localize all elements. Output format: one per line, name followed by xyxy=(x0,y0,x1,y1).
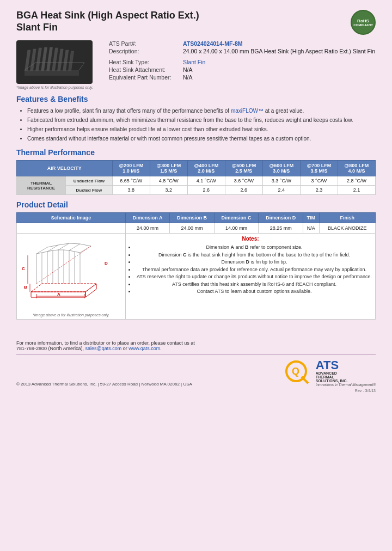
description-value: 24.00 x 24.00 x 14.00 mm BGA Heat Sink (… xyxy=(183,48,375,54)
svg-rect-7 xyxy=(58,49,64,71)
note-1: Dimension A and B refer to component siz… xyxy=(135,244,373,252)
col-200lfm: @200 LFM1.0 M/S xyxy=(112,161,150,176)
attachment-label: Heat Sink Attachment: xyxy=(109,66,180,73)
features-title: Features & Benefits xyxy=(16,95,376,103)
product-detail-table: Schematic Image Dimension A Dimension B … xyxy=(16,212,376,320)
feature-item-4: Comes standard without interface materia… xyxy=(27,134,376,143)
svg-rect-9 xyxy=(69,51,74,71)
thermal-resistance-label: THERMAL RESISTANCE xyxy=(17,176,66,195)
unducted-label: Unducted Flow xyxy=(66,176,113,186)
equiv-row: Equivalent Part Number: N/A xyxy=(109,74,376,81)
schematic-image-cell xyxy=(17,223,126,234)
schematic-header: Schematic Image xyxy=(17,213,126,223)
ducted-300: 3.2 xyxy=(150,186,187,195)
svg-rect-0 xyxy=(24,70,79,76)
type-row: Heat Sink Type: Slant Fin xyxy=(109,59,376,65)
col-700lfm: @700 LFM3.5 M/S xyxy=(300,161,338,176)
ats-acronym: ATS xyxy=(316,359,376,371)
note-5: ATS reserves the right to update or chan… xyxy=(135,273,373,281)
tim-header: TIM xyxy=(303,213,319,223)
contact-text: For more information, to find a distribu… xyxy=(16,340,195,346)
equiv-value: N/A xyxy=(183,74,193,81)
dim-b-value: 24.00 mm xyxy=(170,223,215,234)
product-image xyxy=(16,40,93,84)
rohs-badge: RoHS COMPLIANT xyxy=(351,10,376,35)
attachment-row: Heat Sink Attachment: N/A xyxy=(109,66,376,73)
dim-c-value: 14.00 mm xyxy=(214,223,259,234)
unducted-200: 6.65 °C/W xyxy=(112,176,150,186)
copyright: © 2013 Advanced Thermal Solutions, Inc. … xyxy=(16,382,192,387)
svg-rect-6 xyxy=(52,48,58,71)
phone: 781-769-2800 (North America), xyxy=(16,346,84,351)
ducted-500: 2.6 xyxy=(225,186,262,195)
note-7: Contact ATS to learn about custom option… xyxy=(135,288,373,296)
ducted-200: 3.8 xyxy=(112,186,150,195)
dim-b-header: Dimension B xyxy=(170,213,215,223)
note-4: Thermal performance data are provided fo… xyxy=(135,266,373,274)
rohs-text: RoHS xyxy=(357,19,369,23)
ats-logo-text: ATS ADVANCEDTHERMALSOLUTIONS, INC. Innov… xyxy=(316,359,376,387)
svg-rect-1 xyxy=(25,50,30,71)
dim-c-header: Dimension C xyxy=(214,213,259,223)
footer-contact: For more information, to find a distribu… xyxy=(16,340,376,351)
unducted-800: 2.8 °C/W xyxy=(338,176,375,186)
ducted-label: Ducted Flow xyxy=(66,186,113,195)
dim-d-value: 28.25 mm xyxy=(259,223,303,234)
email-connector: or xyxy=(123,346,129,351)
note-2: Dimension C is the heat sink height from… xyxy=(135,252,373,259)
ducted-800: 2.1 xyxy=(338,186,375,195)
heatsink-svg xyxy=(19,42,90,83)
features-list: Features a low profile, slant fin array … xyxy=(16,107,376,143)
email-link[interactable]: sales@qats.com xyxy=(85,346,122,351)
unducted-500: 3.6 °C/W xyxy=(225,176,262,186)
svg-line-11 xyxy=(79,63,84,70)
feature-item-3: Higher performance helps ensure reliable… xyxy=(27,125,376,133)
product-details: ATS Part#: ATS024024014-MF-8M Descriptio… xyxy=(109,40,376,89)
type-label: Heat Sink Type: xyxy=(109,59,180,65)
header: BGA Heat Sink (High Aspect Ratio Ext.) S… xyxy=(16,10,376,35)
description-label: Description: xyxy=(109,48,180,54)
revision-note: Rev - 3/4/13 xyxy=(16,389,376,393)
schematic-drawing: A B C D xyxy=(20,237,115,311)
notes-list: Dimension A and B refer to component siz… xyxy=(127,244,373,296)
footer-left: © 2013 Advanced Thermal Solutions, Inc. … xyxy=(16,382,192,387)
svg-rect-3 xyxy=(36,48,42,71)
part-number-row: ATS Part#: ATS024024014-MF-8M xyxy=(109,40,376,47)
footer-bottom: © 2013 Advanced Thermal Solutions, Inc. … xyxy=(16,359,376,387)
notes-title: Notes: xyxy=(127,236,373,242)
svg-rect-5 xyxy=(47,47,53,71)
notes-cell: Notes: Dimension A and B refer to compon… xyxy=(126,234,376,320)
attachment-value: N/A xyxy=(183,66,193,73)
product-detail-title: Product Detail xyxy=(16,200,376,209)
image-note-product: *Image above is for illustration purpose… xyxy=(16,85,98,89)
schematic-drawing-cell: A B C D *Image ab xyxy=(17,234,126,320)
ats-logo-svg: Q xyxy=(284,359,311,387)
tim-value: N/A xyxy=(303,223,319,234)
highlight-maxiflow: maxiFLOW™ xyxy=(231,108,264,114)
product-image-container: *Image above is for illustration purpose… xyxy=(16,40,98,89)
ducted-400: 2.6 xyxy=(187,186,225,195)
part-number-value: ATS024024014-MF-8M xyxy=(183,40,243,47)
type-value: Slant Fin xyxy=(183,59,205,65)
ats-fullname: ADVANCEDTHERMALSOLUTIONS, INC. xyxy=(316,371,376,383)
description-row: Description: 24.00 x 24.00 x 14.00 mm BG… xyxy=(109,48,376,54)
svg-marker-13 xyxy=(31,284,96,292)
part-label: ATS Part#: xyxy=(109,40,180,47)
unducted-400: 4.1 °C/W xyxy=(187,176,225,186)
dim-d-header: Dimension D xyxy=(259,213,303,223)
page-title: BGA Heat Sink (High Aspect Ratio Ext.) S… xyxy=(16,10,199,33)
svg-line-29 xyxy=(80,246,91,253)
svg-rect-2 xyxy=(30,49,36,71)
note-6: ATS certifies that this heat sink assemb… xyxy=(135,281,373,289)
website-link[interactable]: www.qats.com xyxy=(128,346,160,351)
schematic-note: *Image above is for illustration purpose… xyxy=(19,313,124,317)
air-velocity-header: AIR VELOCITY xyxy=(17,161,113,176)
unducted-300: 4.8 °C/W xyxy=(150,176,187,186)
footer-separator xyxy=(16,354,376,355)
svg-text:B: B xyxy=(24,285,27,290)
svg-marker-15 xyxy=(85,284,96,297)
equiv-label: Equivalent Part Number: xyxy=(109,74,180,81)
note-3: Dimension D is fin tip to fin tip. xyxy=(135,259,373,266)
ducted-700: 2.3 xyxy=(300,186,338,195)
dim-a-header: Dimension A xyxy=(126,213,170,223)
